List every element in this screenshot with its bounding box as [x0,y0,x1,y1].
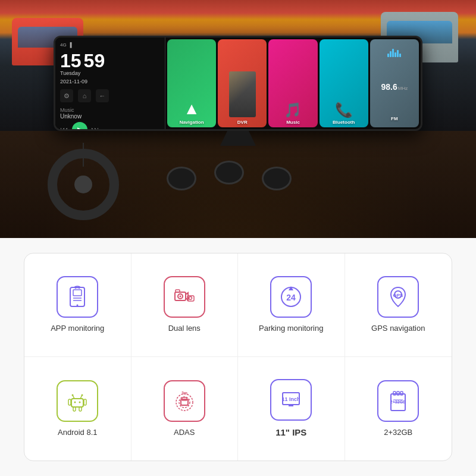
mirror-device: 4G ▐ 15 59 Tuesday 2021-11-09 ⚙ ⌂ ← [54,36,422,131]
fm-frequency: 98.6 [381,82,397,92]
svg-text:24: 24 [286,293,296,302]
svg-point-21 [74,401,76,403]
date-full: 2021-11-09 [60,79,160,84]
feature-gps: GPS GPS navigation [345,253,452,357]
music-section: Music Unknow ⏮ ▶ ⏭ [60,107,160,131]
dual-lens-icon [173,285,196,309]
music-tile-label: Music [286,120,300,125]
settings-icon[interactable]: ⚙ [60,89,73,102]
status-icons: 4G ▐ [60,42,71,48]
dual-lens-label: Dual lens [168,324,201,334]
music-tile-icon: 🎵 [284,102,302,118]
svg-point-4 [77,305,79,306]
app-monitoring-icon-box [57,276,98,318]
prev-button[interactable]: ⏮ [60,125,68,131]
fm-bar-4 [394,52,396,57]
dvr-label: DVR [237,120,248,125]
feature-storage: 2+32GB 2+32GB [345,357,452,461]
svg-rect-16 [71,399,83,407]
fm-bar-3 [392,49,394,57]
storage-label: 2+32GB [384,428,412,438]
svg-point-18 [72,394,74,396]
svg-point-7 [179,296,181,298]
android-label: Android 8.1 [58,428,98,438]
gps-icon: GPS [386,285,410,309]
storage-icon: 2+32GB [386,389,410,413]
back-icon[interactable]: ← [96,89,109,102]
storage-icon-box: 2+32GB [377,380,419,422]
time-hours: 15 [60,51,82,70]
bt-icon: 📞 [335,102,353,118]
svg-text:GPS: GPS [393,293,404,298]
parking-monitoring-label: Parking monitoring [259,324,323,334]
svg-marker-13 [289,286,293,290]
nav-icon: ▲ [183,99,200,118]
time-display: 15 59 [60,51,160,70]
device-app-grid: ▲ Navigation DVR 🎵 Music 📞 Bluetooth [165,37,421,129]
fm-hz: MHz [398,86,408,91]
parking-monitoring-icon: 24 [279,285,303,309]
11inch-icon: 11 Inch [279,388,303,412]
music-track: Unknow [60,113,160,120]
fm-tile[interactable]: 98.6 MHz FM [370,39,419,127]
parking-icon-box: 24 [270,276,312,318]
date-day: Tuesday [60,70,160,76]
android-icon-box [57,380,98,422]
fm-bar-5 [397,50,399,57]
11inch-icon-box: 11 Inch [270,379,312,421]
features-section: APP monitoring Dual lens [0,238,476,476]
fm-label: FM [391,116,398,121]
svg-rect-0 [70,287,84,306]
feature-dual-lens: Dual lens [131,253,239,357]
steering-wheel [48,149,119,220]
feature-app-monitoring: APP monitoring [24,253,131,357]
device-left-panel: 4G ▐ 15 59 Tuesday 2021-11-09 ⚙ ⌂ ← [55,37,165,129]
fm-waves [387,45,401,57]
dvr-image [229,71,256,117]
feature-11ips: 11 Inch 11" IPS [238,357,345,461]
dvr-tile[interactable]: DVR [218,39,267,127]
adas-icon: 3m [173,389,196,413]
device-container: 4G ▐ 15 59 Tuesday 2021-11-09 ⚙ ⌂ ← [54,36,422,131]
11ips-label: 11" IPS [275,427,306,439]
vent-2 [214,161,244,184]
svg-text:3m: 3m [181,391,187,395]
svg-rect-25 [73,407,76,411]
nav-tile[interactable]: ▲ Navigation [167,39,216,127]
features-card: APP monitoring Dual lens [24,253,452,461]
dashboard-photo: 4G ▐ 15 59 Tuesday 2021-11-09 ⚙ ⌂ ← [0,0,476,238]
adas-label: ADAS [174,428,195,438]
feature-android: Android 8.1 [24,357,131,461]
fm-bar-1 [387,54,389,57]
signal-icon: 4G [60,42,67,48]
fm-section: 98.6 MHz FM [379,42,411,125]
time-minutes: 59 [84,51,105,70]
android-icon [65,389,89,413]
adas-icon-box: 3m [164,380,205,422]
svg-rect-26 [79,407,82,411]
fm-bar-2 [390,51,392,57]
nav-label: Navigation [180,120,204,125]
fm-bar-6 [399,54,401,57]
svg-rect-24 [84,399,86,405]
svg-text:11 Inch: 11 Inch [282,396,300,402]
music-controls: ⏮ ▶ ⏭ [60,122,160,131]
home-icon[interactable]: ⌂ [78,89,91,102]
bt-label: Bluetooth [333,120,355,125]
svg-point-22 [79,401,81,403]
vent-1 [167,167,196,190]
svg-rect-1 [73,290,82,296]
music-tile[interactable]: 🎵 Music [268,39,317,127]
svg-rect-8 [176,290,180,292]
bt-tile[interactable]: 📞 Bluetooth [320,39,368,127]
svg-rect-23 [68,399,71,405]
gps-label: GPS navigation [371,324,425,334]
next-button[interactable]: ⏭ [91,125,99,131]
app-monitoring-label: APP monitoring [51,324,104,334]
status-bar: 4G ▐ [60,42,160,48]
svg-point-27 [176,394,193,411]
dual-lens-icon-box [164,276,205,318]
play-button[interactable]: ▶ [72,122,87,131]
battery-icon: ▐ [68,42,72,48]
app-monitoring-icon [65,285,89,309]
